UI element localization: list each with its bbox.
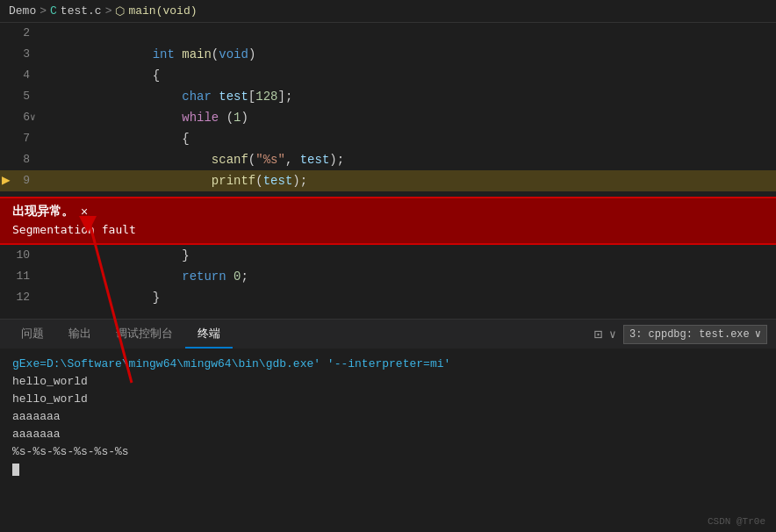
line-num-6: 6 ∨ [0,107,42,128]
exception-banner: 出现异常。 × Segmentation fault [0,197,776,245]
terminal-line-2: hello_world [12,373,764,391]
terminal-path: gExe=D:\Software\mingw64\mingw64\bin\gdb… [12,357,450,370]
terminal-line-5: aaaaaaa [12,426,764,443]
debug-selector[interactable]: 3: cppdbg: test.exe ∨ [623,325,767,344]
breadcrumb-demo: Demo [9,4,36,18]
terminal-line-6: %s-%s-%s-%s-%s-%s [12,443,764,461]
terminal-line-4: aaaaaaa [12,408,764,426]
terminal-cursor-line [12,461,764,478]
code-line-12: 12 } [0,287,776,308]
debug-selector-label: 3: cppdbg: test.exe [629,328,750,341]
code-editor-bottom: 10 } 11 return 0; 12 } [0,245,776,319]
exception-message: Segmentation fault [12,223,764,236]
line-num-8: 8 [0,149,42,170]
code-line-9: ▶ 9 printf(test); [0,170,776,191]
line-num-10: 10 [0,245,42,266]
watermark: CSDN @Tr0e [708,516,765,527]
panel-chevron[interactable]: ∨ [609,327,616,341]
fold-arrow-6[interactable]: ∨ [30,107,36,128]
debug-arrow: ▶ [2,170,11,191]
breadcrumb-file: test.c [61,4,102,18]
code-content-9: printf(test); [42,149,307,197]
breadcrumb-fn: main(void) [128,4,197,18]
breadcrumb-sep1: > [40,4,47,18]
terminal-line-3: hello_world [12,391,764,408]
tab-debug-console[interactable]: 调试控制台 [104,320,185,349]
code-content-12: } [42,266,160,319]
breadcrumb: Demo > C test.c > ⬡ main(void) [0,0,776,23]
tab-output[interactable]: 输出 [56,320,104,349]
tabs-left: 问题 输出 调试控制台 终端 [9,320,233,349]
terminal-line-1: gExe=D:\Software\mingw64\mingw64\bin\gdb… [12,356,764,373]
panel-layout-icon[interactable]: ⊡ [593,326,602,343]
tab-terminal[interactable]: 终端 [185,320,233,349]
tab-problems[interactable]: 问题 [9,320,56,349]
line-num-12: 12 [0,287,42,308]
breadcrumb-c-icon: C [50,4,57,18]
breadcrumb-fn-icon: ⬡ [115,4,125,18]
line-num-5: 5 [0,86,42,107]
code-editor-top: 2 3 int main(void) 4 { 5 [0,23,776,197]
tabs-right: ⊡ ∨ 3: cppdbg: test.exe ∨ [593,325,767,344]
breadcrumb-sep2: > [105,4,112,18]
terminal-area[interactable]: gExe=D:\Software\mingw64\mingw64\bin\gdb… [0,349,776,489]
debug-selector-chevron: ∨ [755,327,761,341]
exception-title-text: 出现异常。 [12,204,74,219]
line-num-3: 3 [0,44,42,65]
line-num-7: 7 [0,128,42,149]
terminal-cursor [12,464,19,476]
panel-tabs: 问题 输出 调试控制台 终端 ⊡ ∨ 3: cppdbg: test.exe ∨ [0,319,776,349]
line-num-9: ▶ 9 [0,170,42,191]
exception-close-button[interactable]: × [81,205,88,219]
line-num-11: 11 [0,266,42,287]
line-num-4: 4 [0,65,42,86]
exception-title: 出现异常。 × [12,204,764,219]
line-num-2: 2 [0,23,42,44]
